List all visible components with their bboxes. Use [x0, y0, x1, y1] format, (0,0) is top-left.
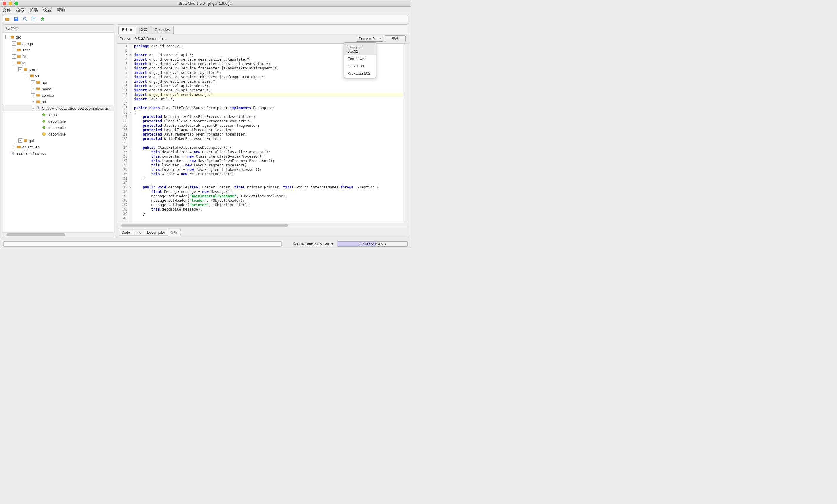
- code-vscrollbar[interactable]: [403, 43, 408, 223]
- expand-icon[interactable]: +: [31, 93, 35, 97]
- collapse-icon[interactable]: −: [12, 61, 16, 65]
- expand-icon[interactable]: +: [18, 138, 22, 143]
- expand-icon[interactable]: +: [12, 145, 16, 149]
- dropdown-item-1[interactable]: Fernflower: [344, 55, 376, 62]
- code-line-17: protected DeserializeClassFileProcessor …: [134, 115, 403, 119]
- code-line-29: this.tokenizer = new JavaFragmentToToken…: [134, 168, 403, 172]
- tree-node-api[interactable]: +api: [3, 79, 114, 86]
- toolbar-inner: [3, 15, 408, 23]
- crumb-Code[interactable]: Code: [119, 230, 133, 236]
- main-area: Jar文件 −org+abego+antlr+fife−jd−core−v1+a…: [0, 24, 411, 240]
- collapse-icon[interactable]: −: [5, 35, 10, 39]
- code-line-19: protected JavaSyntaxToJavaFragmentProces…: [134, 124, 403, 128]
- tree-node-decompile[interactable]: decompile: [3, 124, 114, 131]
- collapse-icon[interactable]: −: [18, 67, 22, 72]
- dropdown-item-2[interactable]: CFR 1.39: [344, 62, 376, 70]
- tree-node-fife[interactable]: +fife: [3, 53, 114, 60]
- tree-node-abego[interactable]: +abego: [3, 40, 114, 47]
- tree-label: util: [42, 100, 47, 104]
- jar-files-label: Jar文件: [3, 25, 114, 33]
- tree-label: jd: [22, 61, 25, 65]
- toolbar: [0, 14, 411, 24]
- maximize-icon[interactable]: [14, 2, 18, 5]
- plugin-icon[interactable]: [40, 17, 45, 22]
- memory-bar[interactable]: 107 MB of 194 MB: [337, 241, 408, 247]
- tree-node-v1[interactable]: −v1: [3, 73, 114, 79]
- decompiler-dropdown: Procyon 0.5.32FernflowerCFR 1.39Krakatau…: [344, 42, 376, 78]
- menu-item-1[interactable]: 搜索: [16, 8, 24, 13]
- tree-node-gui[interactable]: +gui: [3, 137, 114, 144]
- expand-icon[interactable]: +: [31, 87, 35, 91]
- tree-node-jd[interactable]: −jd: [3, 60, 114, 66]
- expand-icon[interactable]: +: [12, 54, 16, 58]
- tab-搜索[interactable]: 搜索: [136, 26, 151, 34]
- collapse-icon[interactable]: −: [31, 106, 35, 110]
- code-line-21: protected JavaFragmentToTokenProcessor t…: [134, 132, 403, 137]
- menu-item-4[interactable]: 帮助: [57, 8, 65, 13]
- list-icon[interactable]: [31, 17, 36, 22]
- code-line-35: message.setHeader("mainInternalTypeName"…: [134, 194, 403, 199]
- dropdown-item-0[interactable]: Procyon 0.5.32: [344, 43, 376, 55]
- decompiler-combo[interactable]: Procyon 0...: [356, 36, 383, 42]
- minimize-icon[interactable]: [8, 2, 12, 5]
- search-icon[interactable]: [22, 17, 28, 22]
- expand-icon[interactable]: +: [12, 41, 16, 45]
- menu-item-0[interactable]: 文件: [3, 8, 11, 13]
- code-line-30: this.writer = new WriteTokenProcessor();: [134, 172, 403, 176]
- close-icon[interactable]: [3, 2, 6, 5]
- editor-tabs: Editor搜索Opcodes: [117, 25, 408, 34]
- tree-label: gui: [29, 138, 34, 143]
- tree-node-service[interactable]: +service: [3, 92, 114, 98]
- crumb-Info[interactable]: Info: [133, 230, 145, 236]
- tree-node-util[interactable]: +util: [3, 98, 114, 105]
- tree-node-decompile[interactable]: decompile: [3, 131, 114, 137]
- breadcrumb: CodeInfoDecompiler分析: [117, 228, 408, 237]
- tab-Opcodes[interactable]: Opcodes: [151, 26, 174, 34]
- tree-node-antlr[interactable]: +antlr: [3, 47, 114, 53]
- menu-item-2[interactable]: 扩展: [30, 8, 38, 13]
- save-icon[interactable]: [14, 17, 19, 22]
- app-window: JByteMod 1.9.0 - jd-gui-1.6.6.jar 文件搜索扩展…: [0, 0, 411, 248]
- tree-node-org[interactable]: −org: [3, 34, 114, 40]
- crumb-Decompiler[interactable]: Decompiler: [144, 230, 168, 236]
- collapse-icon[interactable]: −: [25, 74, 29, 78]
- code-hscrollbar[interactable]: [117, 223, 408, 228]
- tree-node-core[interactable]: −core: [3, 66, 114, 73]
- package-icon: [23, 138, 28, 143]
- package-icon: [36, 99, 41, 104]
- code-line-12: import org.jd.core.v1.model.message.*;: [134, 93, 403, 97]
- method-public-icon: [42, 119, 47, 124]
- tree-node-decompile[interactable]: decompile: [3, 118, 114, 124]
- code-line-34: final Message message = new Message();: [134, 190, 403, 194]
- menu-item-3[interactable]: 设置: [43, 8, 52, 13]
- package-icon: [17, 145, 21, 149]
- expand-icon[interactable]: +: [31, 100, 35, 104]
- tree-node-module-info.class[interactable]: Jmodule-info.class: [3, 150, 114, 157]
- package-icon: [17, 48, 21, 52]
- tree-label: objectweb: [22, 145, 40, 149]
- tree-node-model[interactable]: +model: [3, 86, 114, 92]
- crumb-分析[interactable]: 分析: [168, 229, 181, 236]
- expand-icon[interactable]: +: [31, 80, 35, 85]
- dropdown-item-3[interactable]: Krakatau 502: [344, 70, 376, 77]
- statusbar: © GraxCode 2016 - 2018 107 MB of 194 MB: [0, 240, 411, 248]
- code-line-22: protected WriteTokenProcessor writer;: [134, 137, 403, 141]
- left-pane: Jar文件 −org+abego+antlr+fife−jd−core−v1+a…: [3, 24, 114, 237]
- tree-node-ClassFileToJavaSourceDecompiler.clas[interactable]: −JClassFileToJavaSourceDecompiler.clas: [3, 105, 114, 111]
- method-public-icon: [42, 112, 47, 117]
- fold-gutter[interactable]: ⊞⊟⊟⊟: [129, 43, 132, 223]
- tree-label: core: [29, 67, 36, 72]
- status-well: [3, 241, 282, 247]
- decompiler-bar: Procyon 0.5.32 Decompiler Procyon 0... 重…: [117, 34, 408, 43]
- tree-node-<init>[interactable]: <init>: [3, 111, 114, 118]
- class-icon: J: [10, 151, 15, 156]
- tree-scroll[interactable]: −org+abego+antlr+fife−jd−core−v1+api+mod…: [3, 33, 114, 232]
- tree-node-objectweb[interactable]: +objectweb: [3, 144, 114, 150]
- expand-icon[interactable]: +: [12, 48, 16, 52]
- code-line-16: {: [134, 110, 403, 115]
- tree-hscrollbar[interactable]: [3, 232, 114, 237]
- tab-Editor[interactable]: Editor: [118, 26, 136, 34]
- reload-button[interactable]: 重载: [385, 35, 406, 42]
- code-line-26: this.converter = new ClassFileToJavaSynt…: [134, 154, 403, 159]
- open-icon[interactable]: [5, 17, 10, 22]
